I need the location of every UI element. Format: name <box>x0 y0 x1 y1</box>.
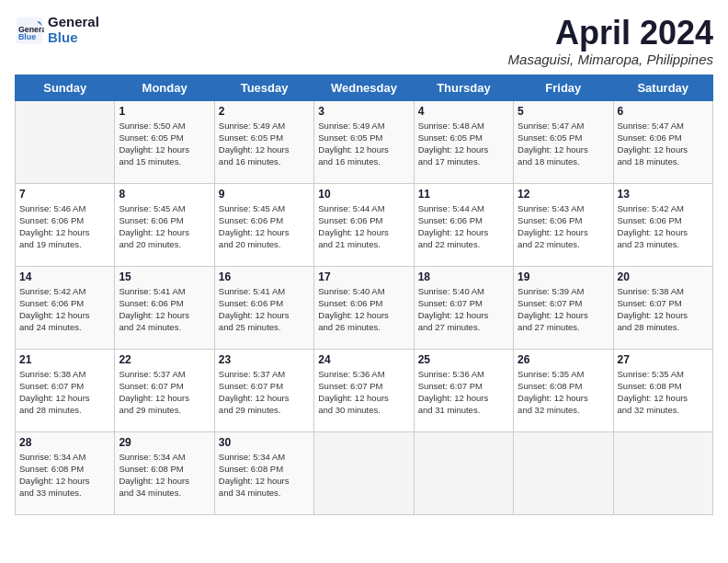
day-info: Sunrise: 5:38 AM Sunset: 6:07 PM Dayligh… <box>19 368 110 417</box>
calendar-cell: 19Sunrise: 5:39 AM Sunset: 6:07 PM Dayli… <box>514 266 613 349</box>
day-number: 16 <box>219 270 310 283</box>
day-number: 6 <box>618 105 709 118</box>
week-row-3: 14Sunrise: 5:42 AM Sunset: 6:06 PM Dayli… <box>16 266 713 349</box>
week-row-1: 1Sunrise: 5:50 AM Sunset: 6:05 PM Daylig… <box>16 100 713 183</box>
day-info: Sunrise: 5:44 AM Sunset: 6:06 PM Dayligh… <box>418 202 509 251</box>
day-number: 25 <box>418 353 509 366</box>
day-number: 11 <box>418 188 509 201</box>
day-info: Sunrise: 5:39 AM Sunset: 6:07 PM Dayligh… <box>518 285 609 334</box>
day-info: Sunrise: 5:38 AM Sunset: 6:07 PM Dayligh… <box>618 285 709 334</box>
calendar-cell: 18Sunrise: 5:40 AM Sunset: 6:07 PM Dayli… <box>414 266 513 349</box>
day-info: Sunrise: 5:47 AM Sunset: 6:05 PM Dayligh… <box>518 120 609 168</box>
calendar-cell: 1Sunrise: 5:50 AM Sunset: 6:05 PM Daylig… <box>115 100 214 183</box>
day-info: Sunrise: 5:46 AM Sunset: 6:06 PM Dayligh… <box>19 202 110 251</box>
calendar-cell: 23Sunrise: 5:37 AM Sunset: 6:07 PM Dayli… <box>214 349 313 431</box>
logo-icon: General Blue <box>15 16 44 45</box>
calendar-cell: 17Sunrise: 5:40 AM Sunset: 6:06 PM Dayli… <box>314 266 414 349</box>
calendar-cell: 24Sunrise: 5:36 AM Sunset: 6:07 PM Dayli… <box>314 349 414 431</box>
calendar-cell: 12Sunrise: 5:43 AM Sunset: 6:06 PM Dayli… <box>514 183 613 266</box>
calendar-cell: 3Sunrise: 5:49 AM Sunset: 6:05 PM Daylig… <box>314 100 414 183</box>
header: General Blue General Blue April 2024 Mas… <box>15 15 713 67</box>
day-info: Sunrise: 5:36 AM Sunset: 6:07 PM Dayligh… <box>418 368 509 417</box>
header-day-wednesday: Wednesday <box>314 75 414 100</box>
header-day-sunday: Sunday <box>16 75 115 100</box>
day-info: Sunrise: 5:41 AM Sunset: 6:06 PM Dayligh… <box>219 285 310 334</box>
day-info: Sunrise: 5:35 AM Sunset: 6:08 PM Dayligh… <box>618 368 709 417</box>
day-info: Sunrise: 5:37 AM Sunset: 6:07 PM Dayligh… <box>219 368 310 417</box>
logo-blue: Blue <box>48 30 99 46</box>
calendar-cell: 6Sunrise: 5:47 AM Sunset: 6:06 PM Daylig… <box>613 100 712 183</box>
day-number: 5 <box>518 105 609 118</box>
week-row-4: 21Sunrise: 5:38 AM Sunset: 6:07 PM Dayli… <box>16 349 713 431</box>
day-number: 17 <box>318 270 409 283</box>
week-row-2: 7Sunrise: 5:46 AM Sunset: 6:06 PM Daylig… <box>16 183 713 266</box>
day-info: Sunrise: 5:37 AM Sunset: 6:07 PM Dayligh… <box>119 368 210 417</box>
day-number: 4 <box>418 105 509 118</box>
day-info: Sunrise: 5:50 AM Sunset: 6:05 PM Dayligh… <box>119 120 210 168</box>
calendar-cell: 21Sunrise: 5:38 AM Sunset: 6:07 PM Dayli… <box>16 349 115 431</box>
calendar-cell: 26Sunrise: 5:35 AM Sunset: 6:08 PM Dayli… <box>514 349 613 431</box>
calendar-cell: 25Sunrise: 5:36 AM Sunset: 6:07 PM Dayli… <box>414 349 513 431</box>
day-info: Sunrise: 5:40 AM Sunset: 6:07 PM Dayligh… <box>418 285 509 334</box>
calendar-cell <box>514 431 613 514</box>
day-number: 9 <box>219 188 310 201</box>
header-day-monday: Monday <box>115 75 214 100</box>
day-number: 24 <box>318 353 409 366</box>
day-number: 1 <box>119 105 210 118</box>
day-info: Sunrise: 5:42 AM Sunset: 6:06 PM Dayligh… <box>618 202 709 251</box>
day-number: 13 <box>618 188 709 201</box>
calendar-cell: 2Sunrise: 5:49 AM Sunset: 6:05 PM Daylig… <box>214 100 313 183</box>
day-info: Sunrise: 5:44 AM Sunset: 6:06 PM Dayligh… <box>318 202 409 251</box>
calendar-cell: 13Sunrise: 5:42 AM Sunset: 6:06 PM Dayli… <box>613 183 712 266</box>
calendar-title: April 2024 <box>508 15 713 52</box>
svg-text:Blue: Blue <box>18 32 36 41</box>
day-number: 12 <box>518 188 609 201</box>
calendar-cell: 8Sunrise: 5:45 AM Sunset: 6:06 PM Daylig… <box>115 183 214 266</box>
day-number: 10 <box>318 188 409 201</box>
calendar-cell: 15Sunrise: 5:41 AM Sunset: 6:06 PM Dayli… <box>115 266 214 349</box>
day-number: 29 <box>119 436 210 449</box>
day-number: 2 <box>219 105 310 118</box>
day-info: Sunrise: 5:35 AM Sunset: 6:08 PM Dayligh… <box>518 368 609 417</box>
day-info: Sunrise: 5:34 AM Sunset: 6:08 PM Dayligh… <box>19 451 110 500</box>
day-number: 28 <box>19 436 110 449</box>
day-number: 18 <box>418 270 509 283</box>
day-number: 20 <box>618 270 709 283</box>
day-number: 15 <box>119 270 210 283</box>
day-info: Sunrise: 5:42 AM Sunset: 6:06 PM Dayligh… <box>19 285 110 334</box>
calendar-cell: 20Sunrise: 5:38 AM Sunset: 6:07 PM Dayli… <box>613 266 712 349</box>
calendar-cell: 29Sunrise: 5:34 AM Sunset: 6:08 PM Dayli… <box>115 431 214 514</box>
calendar-cell: 28Sunrise: 5:34 AM Sunset: 6:08 PM Dayli… <box>16 431 115 514</box>
calendar-cell: 30Sunrise: 5:34 AM Sunset: 6:08 PM Dayli… <box>214 431 313 514</box>
day-number: 8 <box>119 188 210 201</box>
day-info: Sunrise: 5:34 AM Sunset: 6:08 PM Dayligh… <box>119 451 210 500</box>
day-info: Sunrise: 5:41 AM Sunset: 6:06 PM Dayligh… <box>119 285 210 334</box>
day-info: Sunrise: 5:45 AM Sunset: 6:06 PM Dayligh… <box>219 202 310 251</box>
day-info: Sunrise: 5:47 AM Sunset: 6:06 PM Dayligh… <box>618 120 709 168</box>
day-info: Sunrise: 5:49 AM Sunset: 6:05 PM Dayligh… <box>318 120 409 168</box>
day-number: 30 <box>219 436 310 449</box>
calendar-cell: 11Sunrise: 5:44 AM Sunset: 6:06 PM Dayli… <box>414 183 513 266</box>
calendar-cell: 14Sunrise: 5:42 AM Sunset: 6:06 PM Dayli… <box>16 266 115 349</box>
day-info: Sunrise: 5:36 AM Sunset: 6:07 PM Dayligh… <box>318 368 409 417</box>
calendar-cell: 4Sunrise: 5:48 AM Sunset: 6:05 PM Daylig… <box>414 100 513 183</box>
calendar-cell: 7Sunrise: 5:46 AM Sunset: 6:06 PM Daylig… <box>16 183 115 266</box>
day-number: 27 <box>618 353 709 366</box>
day-info: Sunrise: 5:48 AM Sunset: 6:05 PM Dayligh… <box>418 120 509 168</box>
day-info: Sunrise: 5:49 AM Sunset: 6:05 PM Dayligh… <box>219 120 310 168</box>
calendar-cell <box>16 100 115 183</box>
day-number: 23 <box>219 353 310 366</box>
week-row-5: 28Sunrise: 5:34 AM Sunset: 6:08 PM Dayli… <box>16 431 713 514</box>
calendar-cell: 10Sunrise: 5:44 AM Sunset: 6:06 PM Dayli… <box>314 183 414 266</box>
logo: General Blue General Blue <box>15 15 99 45</box>
day-info: Sunrise: 5:34 AM Sunset: 6:08 PM Dayligh… <box>219 451 310 500</box>
day-info: Sunrise: 5:43 AM Sunset: 6:06 PM Dayligh… <box>518 202 609 251</box>
calendar-cell <box>314 431 414 514</box>
day-number: 19 <box>518 270 609 283</box>
day-number: 26 <box>518 353 609 366</box>
calendar-cell: 16Sunrise: 5:41 AM Sunset: 6:06 PM Dayli… <box>214 266 313 349</box>
logo-general: General <box>48 15 99 30</box>
day-number: 14 <box>19 270 110 283</box>
calendar-cell: 9Sunrise: 5:45 AM Sunset: 6:06 PM Daylig… <box>214 183 313 266</box>
calendar-header: SundayMondayTuesdayWednesdayThursdayFrid… <box>16 75 713 100</box>
